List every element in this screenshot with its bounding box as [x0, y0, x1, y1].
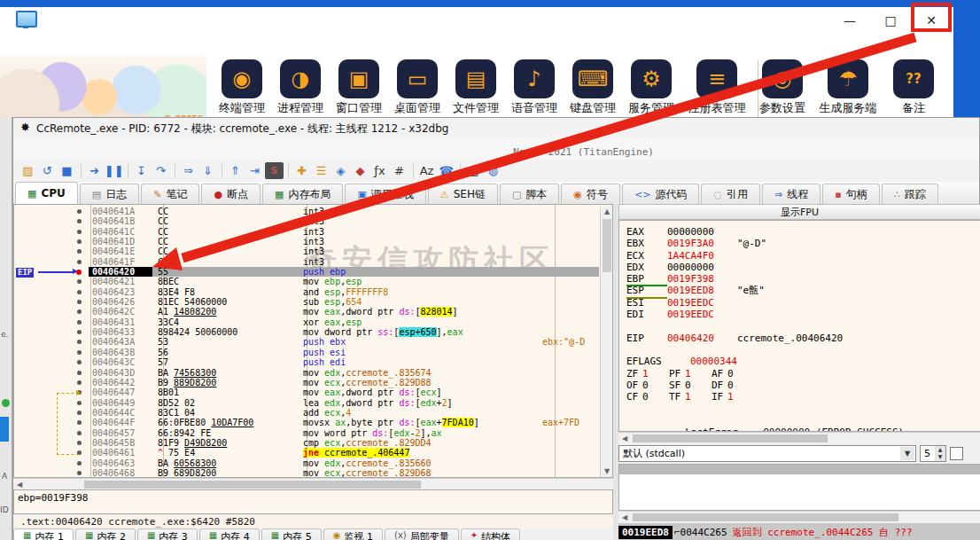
dbg-tab[interactable]: ∴ 跟踪 — [882, 184, 938, 204]
register-row[interactable] — [626, 320, 980, 332]
disasm-row[interactable]: 0040644C 83C1 04 add ecx,4 — [14, 408, 599, 418]
calling-convention-select[interactable]: 默认 (stdcall) ▼ — [618, 445, 916, 462]
call-arguments-list[interactable] — [618, 464, 980, 511]
toolbar-item[interactable]: ?? 备注 — [885, 56, 942, 116]
step-out-icon[interactable]: ⇓ — [198, 162, 217, 179]
dbg-menu-item[interactable] — [77, 148, 93, 152]
main-menu-item[interactable] — [18, 37, 35, 44]
argument-row[interactable] — [619, 493, 980, 503]
bottom-tab[interactable]: ▦ 内存 1 — [13, 528, 74, 540]
disasm-row[interactable]: 00406463 BA 60568300 mov edx,ccremote_.8… — [14, 458, 599, 468]
disasm-row[interactable]: 0040641A CC int3 — [14, 207, 599, 216]
register-row[interactable]: EBP0019F398 — [626, 273, 980, 285]
bottom-tab[interactable]: ▦ 内存 5 — [261, 528, 322, 540]
disasm-row[interactable]: 0040641C CC int3 — [14, 227, 599, 237]
register-row[interactable]: EFLAGS00000344 — [626, 356, 980, 367]
instruction-dot[interactable] — [77, 230, 82, 234]
register-row[interactable]: EDI0019EEDC — [626, 309, 980, 320]
run-to-user-icon[interactable]: ⇥ — [245, 162, 264, 179]
dbg-menu-item[interactable] — [61, 148, 77, 152]
disasm-row[interactable]: 00406421 8BEC mov ebp,esp — [14, 277, 599, 286]
restart-icon[interactable]: ↺ — [38, 162, 57, 179]
flags-row[interactable]: ZF1PF1AF0 — [626, 368, 980, 380]
disasm-row[interactable]: 00406461 ^ 75 E4 jne ccremote_.406447 — [14, 448, 599, 458]
disasm-row[interactable]: 00406457 66:8942 FE mov word ptr ds:[edx… — [14, 428, 599, 438]
main-titlebar[interactable]: — □ ✕ — [0, 7, 953, 30]
bottom-tab[interactable]: ▦ 内存 2 — [75, 528, 136, 540]
disasm-hscrollbar[interactable]: ◀ — [13, 478, 613, 490]
instruction-dot[interactable] — [77, 260, 82, 264]
instruction-dot[interactable] — [77, 290, 82, 294]
toolbar-item[interactable]: ▤ 文件管理 — [447, 56, 504, 116]
az-icon[interactable]: Az — [417, 162, 436, 179]
instruction-dot[interactable] — [77, 360, 82, 364]
disasm-row[interactable]: 0040643D BA 74568300 mov edx,ccremote_.8… — [14, 368, 599, 378]
disasm-row[interactable]: 00406442 B9 889D8200 mov ecx,ccremote_.8… — [14, 378, 599, 387]
show-fpu-button[interactable]: 显示FPU — [618, 204, 980, 220]
comment-icon[interactable]: ☰ — [312, 162, 331, 179]
disasm-row[interactable]: 0040641F CC int3 — [14, 257, 599, 267]
argument-row[interactable] — [619, 502, 980, 511]
argument-row[interactable] — [619, 474, 980, 484]
calc-icon[interactable]: ▦ — [464, 162, 483, 179]
open-file-icon[interactable]: ▨ — [19, 162, 37, 179]
dbg-menu-item[interactable] — [125, 148, 141, 152]
instruction-dot[interactable] — [77, 350, 82, 355]
dbg-tab[interactable]: ◌ 引用 — [701, 184, 760, 204]
instruction-dot[interactable] — [77, 461, 82, 466]
argument-row[interactable] — [619, 465, 980, 474]
disasm-row[interactable]: 00406447 8B01 mov eax,dword ptr ds:[ecx] — [14, 387, 599, 397]
scylla-icon[interactable]: S — [265, 162, 284, 179]
bottom-tab[interactable]: ✦ 结构体 — [461, 528, 520, 540]
argument-row[interactable] — [619, 483, 980, 493]
bottom-tab[interactable]: ▦ 内存 3 — [137, 528, 198, 540]
breakpoint-dot[interactable] — [76, 270, 82, 275]
fx-icon[interactable]: ƒx — [370, 162, 389, 179]
stop-icon[interactable]: ■ — [58, 162, 76, 179]
disasm-row[interactable]: 0040643B 56 push esi — [14, 348, 599, 357]
register-row[interactable]: EAX00000000 — [626, 226, 980, 238]
toolbar-item[interactable]: ☂ 生成服务端 — [813, 56, 883, 116]
dbg-tab[interactable]: ▦ 内存布局 — [262, 184, 343, 204]
minimize-button[interactable]: — — [835, 9, 865, 32]
register-row[interactable] — [626, 344, 980, 356]
regs-hscrollbar[interactable]: ◀ — [618, 432, 980, 444]
instruction-dot[interactable] — [77, 219, 82, 223]
dbg-tab[interactable]: ▪ 句柄 — [822, 184, 879, 204]
bottom-tab[interactable]: ▦ 内存 4 — [199, 528, 260, 540]
toolbar-item[interactable]: ▭ 桌面管理 — [389, 56, 446, 116]
disasm-row[interactable]: 00406426 81EC 54060000 sub esp,654 — [14, 297, 599, 307]
disasm-row[interactable]: 0040641E CC int3 — [14, 247, 599, 256]
toolbar-item[interactable]: ⌨ 键盘管理 — [564, 56, 621, 116]
disasm-row[interactable]: 00406468 B9 689D8200 mov ecx,ccremote_.8… — [14, 468, 599, 478]
step-over-icon[interactable]: ↷ — [152, 162, 170, 179]
dbg-tab[interactable]: ✎ 笔记 — [141, 184, 199, 204]
disasm-row[interactable]: 00406449 8D52 02 lea edx,dword ptr ds:[e… — [14, 398, 599, 408]
toolbar-item[interactable]: ▣ 窗口管理 — [331, 56, 387, 116]
instruction-dot[interactable] — [77, 239, 82, 244]
register-row[interactable]: ECX1A4CA4F0 — [626, 250, 980, 262]
register-row[interactable]: ESI0019EEDC — [626, 297, 980, 309]
step-into-icon[interactable]: ↧ — [132, 162, 151, 179]
toolbar-item[interactable]: ◑ 进程管理 — [272, 56, 329, 116]
disasm-row[interactable]: 0040643A 53 push ebx ebx:"@-D — [14, 337, 599, 347]
disasm-row[interactable]: 00406423 83E4 F8 and esp,FFFFFFF8 — [14, 287, 599, 297]
dbg-tab[interactable]: ⚠ SEH链 — [428, 184, 498, 204]
disasm-row[interactable]: 0040641B CC int3 — [14, 216, 599, 226]
instruction-dot[interactable] — [77, 330, 82, 334]
flags-row[interactable]: OF0SF0DF0 — [626, 380, 980, 391]
toolbar-item[interactable]: ♪ 语音管理 — [506, 56, 563, 116]
disasm-row[interactable]: EIP 00406420 55 push ebp — [14, 267, 599, 277]
dbg-menu-item[interactable] — [29, 148, 45, 152]
register-row[interactable]: EBX0019F3A0"@-D" — [626, 238, 980, 249]
instruction-dot[interactable] — [77, 471, 82, 475]
instruction-dot[interactable] — [77, 320, 82, 325]
instruction-dot[interactable] — [77, 279, 82, 284]
disasm-row[interactable]: 0040645B 81F9 D49D8200 cmp ecx,ccremote_… — [14, 438, 599, 448]
instruction-dot[interactable] — [77, 340, 82, 344]
dbg-tab[interactable]: ▢ 脚本 — [500, 184, 559, 204]
toolbar-item[interactable]: ≡ 注册表管理 — [681, 56, 752, 116]
chevron-down-icon[interactable]: ▼ — [900, 447, 914, 460]
dbg-menu-item[interactable] — [13, 148, 29, 152]
dbg-tab[interactable]: ▤ 日志 — [80, 184, 139, 204]
